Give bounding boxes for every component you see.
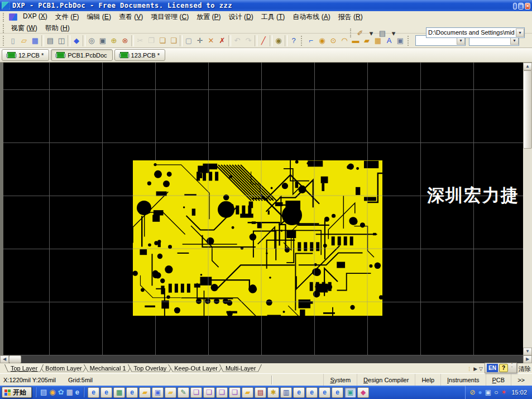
horizontal-scrollbar[interactable]: ◀: [0, 355, 523, 363]
layer-tab[interactable]: Multi-Layer: [219, 364, 262, 373]
zoom-document-button[interactable]: ◎: [86, 35, 97, 46]
panel-button[interactable]: PCB: [486, 374, 511, 386]
menu-item[interactable]: 放置 (P): [193, 11, 224, 23]
excel-window-button[interactable]: ▦: [113, 387, 125, 398]
pcb-artwork[interactable]: [133, 160, 382, 316]
installer-window-button[interactable]: ❏: [229, 387, 241, 398]
panel-button[interactable]: Instruments: [440, 374, 485, 386]
folder-window-button[interactable]: ▰: [242, 387, 253, 398]
dictionary-window-button[interactable]: ▤: [255, 387, 266, 398]
installer-window-button[interactable]: ❏: [190, 387, 202, 398]
language-options-icon[interactable]: ⁚: [509, 364, 515, 372]
folder-up-window-button[interactable]: ▰: [165, 387, 176, 398]
paste-array-button[interactable]: ❑: [168, 35, 179, 46]
clear-button[interactable]: 清除: [519, 365, 531, 373]
close-button[interactable]: ✕: [525, 3, 530, 10]
menu-item[interactable]: 视窗 (W): [7, 22, 41, 34]
annotate-dropdown-arrow-icon[interactable]: ▾: [366, 27, 377, 39]
bulb-icon[interactable]: ○: [494, 387, 498, 398]
restore-button[interactable]: ❐: [518, 3, 524, 10]
document-tab[interactable]: PCB1.PcbDoc: [51, 49, 112, 61]
mask-level-icon[interactable]: ⋮: [467, 364, 472, 373]
copy-button[interactable]: ❐: [146, 35, 157, 46]
open-document-button[interactable]: ▱: [18, 35, 30, 46]
move-button[interactable]: ✛: [194, 35, 205, 46]
layer-tab[interactable]: Bottom Layer: [39, 364, 88, 373]
ie-window-button[interactable]: e: [332, 387, 343, 398]
start-button[interactable]: 开始: [2, 387, 32, 398]
vertical-scroll-thumb[interactable]: [523, 70, 532, 149]
zoom-selection-button[interactable]: ⊗: [119, 35, 131, 46]
menu-item[interactable]: 查看 (V): [115, 11, 147, 23]
cancel-button[interactable]: ✗: [217, 35, 228, 46]
layer-tab[interactable]: Keep-Out Layer: [168, 364, 224, 373]
filter-button[interactable]: ◉: [273, 35, 284, 46]
alert-icon[interactable]: ✶: [501, 387, 506, 398]
network-icon[interactable]: ▣: [485, 387, 491, 398]
scroll-left-icon[interactable]: ◀: [0, 355, 9, 363]
image-editor-window-button[interactable]: ✎: [178, 387, 189, 398]
scroll-right-icon[interactable]: ▶: [523, 355, 532, 363]
menu-item[interactable]: 工具 (T): [257, 11, 289, 23]
select-area-button[interactable]: ▢: [183, 35, 194, 46]
toolbar-grip[interactable]: [3, 24, 6, 33]
ie-window-button[interactable]: e: [319, 387, 330, 398]
scroll-down-icon[interactable]: ▼: [523, 348, 532, 355]
minimize-button[interactable]: _: [513, 3, 517, 10]
annotate-button[interactable]: ✐: [354, 27, 366, 39]
image-viewer-window-button[interactable]: ▣: [344, 387, 356, 398]
document-tab[interactable]: 12.PCB *: [2, 49, 49, 61]
toolbar-grip[interactable]: [3, 13, 6, 22]
vertical-scrollbar[interactable]: ▲ ▼ ▶: [523, 63, 532, 363]
toolbar-grip[interactable]: [350, 28, 353, 37]
media-window-button[interactable]: ◆: [357, 387, 369, 398]
menu-item[interactable]: 编辑 (E): [83, 11, 115, 23]
menu-item[interactable]: DXP (X): [19, 11, 51, 23]
address-combobox[interactable]: D:\Documents and Settings\midea\桌面 ▾: [426, 27, 525, 38]
show-desktop-icon[interactable]: ▤: [40, 387, 47, 397]
undo-button[interactable]: ↶: [232, 35, 243, 46]
save-button[interactable]: ▦: [30, 35, 41, 46]
zoom-area-button[interactable]: ▣: [97, 35, 108, 46]
menu-item[interactable]: 项目管理 (C): [147, 11, 193, 23]
menu-item[interactable]: 帮助 (H): [41, 22, 74, 34]
clear-selection-button[interactable]: ✕: [205, 35, 217, 46]
cut-button[interactable]: ✂: [135, 35, 146, 46]
pcb-editor-canvas[interactable]: 深圳宏力捷: [0, 63, 523, 355]
print-button[interactable]: ▤: [45, 35, 56, 46]
route-button[interactable]: ⌐: [305, 35, 317, 46]
audio-icon[interactable]: ●: [478, 387, 482, 398]
new-document-button[interactable]: ▯: [7, 35, 18, 46]
panel-button[interactable]: System: [323, 374, 357, 386]
run-icon[interactable]: ▶: [473, 364, 477, 373]
print-preview-button[interactable]: ◫: [56, 35, 67, 46]
interactive-wire-button[interactable]: ╱: [258, 35, 269, 46]
layer-tab[interactable]: Top Layer: [4, 364, 44, 373]
msn-icon[interactable]: ✿: [58, 387, 64, 397]
document-tab[interactable]: 123.PCB *: [114, 49, 165, 61]
calculator-icon[interactable]: ▦: [66, 387, 73, 397]
internet-explorer-icon[interactable]: e: [75, 387, 79, 397]
media-player-icon[interactable]: ◉: [49, 387, 55, 397]
print-dropdown-arrow-icon[interactable]: ▾: [388, 27, 399, 39]
tools-window-button[interactable]: ✱: [267, 387, 279, 398]
zoom-points-button[interactable]: ⊕: [108, 35, 119, 46]
ie-window-button[interactable]: e: [126, 387, 138, 398]
redo-button[interactable]: ↷: [243, 35, 254, 46]
volume-muted-icon[interactable]: ⊘: [470, 387, 476, 398]
help-button[interactable]: ?: [288, 35, 299, 46]
filter-mask-icon[interactable]: ▽: [479, 364, 483, 373]
menu-item[interactable]: 自动布线 (A): [289, 11, 334, 23]
address-dropdown-arrow-icon[interactable]: ▾: [516, 28, 524, 37]
ie-window-button[interactable]: e: [88, 387, 99, 398]
panel-button[interactable]: Help: [415, 374, 440, 386]
folder-window-button[interactable]: ▰: [139, 387, 151, 398]
app-window-button[interactable]: ▣: [152, 387, 164, 398]
paste-button[interactable]: ❏: [157, 35, 168, 46]
notebook-window-button[interactable]: ▥: [280, 387, 292, 398]
pad-button[interactable]: ◉: [317, 35, 328, 46]
menu-item[interactable]: 报告 (R): [334, 11, 367, 23]
layer-tab[interactable]: Mechanical 1: [84, 364, 132, 373]
language-help-icon[interactable]: ?: [499, 364, 508, 372]
print-quick-button[interactable]: ▤: [377, 27, 388, 39]
